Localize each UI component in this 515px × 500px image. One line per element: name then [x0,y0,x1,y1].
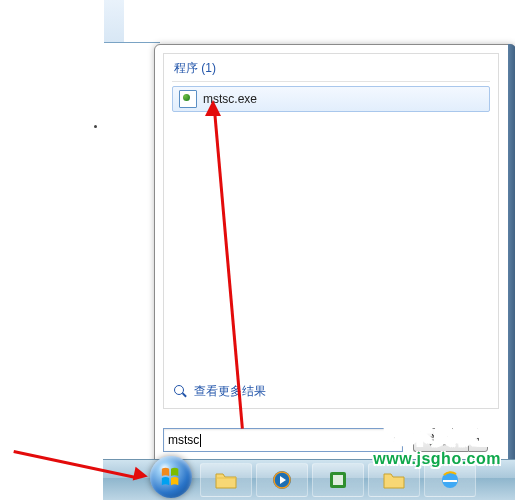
programs-count: (1) [201,61,216,75]
taskbar-explorer-button[interactable] [200,463,252,497]
annotation-arrow-2-head [205,100,221,116]
square-app-icon [326,468,350,492]
shutdown-button[interactable]: 关机 [413,428,468,452]
clear-search-icon[interactable]: ✕ [384,433,398,447]
taskbar-folder-button[interactable] [368,463,420,497]
shutdown-label: 关机 [429,432,453,449]
taskbar-media-player-button[interactable] [256,463,308,497]
application-icon [179,90,197,108]
folder-icon [382,468,406,492]
windows-logo-icon [160,466,182,488]
artifact-dot [94,125,97,128]
media-player-icon [270,468,294,492]
internet-explorer-icon [438,468,462,492]
start-button[interactable] [150,456,192,498]
search-input-text: mstsc [168,433,199,447]
see-more-results-link[interactable]: 查看更多结果 [174,383,266,400]
shutdown-options-button[interactable] [468,428,488,452]
search-icon [174,385,188,399]
start-menu-right-strip [508,44,515,466]
screenshot-canvas: { "start_menu": { "section_label": "程序",… [0,0,515,500]
section-divider [172,81,490,82]
taskbar-app-button[interactable] [312,463,364,497]
chevron-right-icon [474,436,482,444]
background-window-fragment [123,0,160,43]
shutdown-button-group: 关机 [413,428,488,452]
search-box[interactable]: mstsc ✕ [163,428,403,452]
start-menu-bottom-row: mstsc ✕ 关机 [163,425,503,455]
folder-icon [214,468,238,492]
programs-section-header: 程序 (1) [164,54,498,79]
taskbar-pinned-apps [200,463,476,497]
svg-rect-3 [333,475,343,485]
programs-label: 程序 [174,61,198,75]
taskbar-ie-button[interactable] [424,463,476,497]
more-results-label: 查看更多结果 [194,383,266,400]
text-caret [200,434,201,447]
annotation-arrow-1-head [133,467,150,484]
